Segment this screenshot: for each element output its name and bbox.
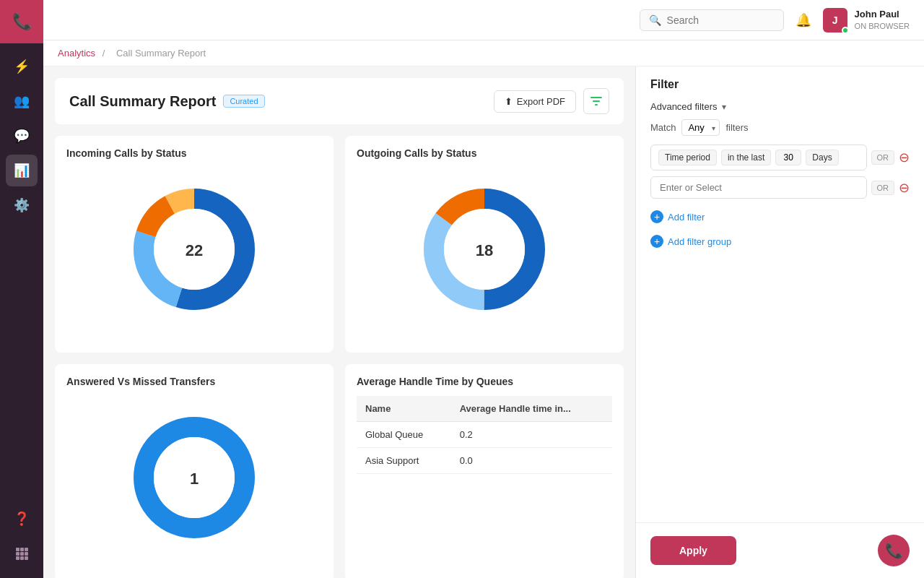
donut-outgoing: 18	[357, 168, 612, 334]
settings-icon: ⚙️	[14, 197, 30, 213]
topbar: 🔍 🔔 J John Paul ON BROWSER	[43, 0, 924, 40]
sidebar-item-analytics[interactable]: 📊	[6, 155, 38, 186]
sidebar-item-help[interactable]: ❓	[6, 503, 38, 535]
sidebar-item-grid[interactable]	[6, 538, 38, 569]
filter-panel: Filter Advanced filters ▾ Match Any All	[635, 66, 924, 578]
report-area: Call Summary Report Curated ⬆ Export PDF	[43, 66, 924, 578]
filter-part-inthelast[interactable]: in the last	[721, 150, 771, 165]
chat-icon: 💬	[14, 128, 30, 144]
add-filter-button[interactable]: + Add filter	[650, 207, 705, 226]
chart-title-handle: Average Handle Time by Queues	[357, 376, 612, 387]
handle-time-table: Name Average Handle time in... Global Qu…	[357, 396, 612, 474]
user-badge: J John Paul ON BROWSER	[823, 8, 910, 33]
filter-header: Filter	[636, 66, 924, 91]
queue-name: Global Queue	[357, 422, 451, 448]
queue-name: Asia Support	[357, 448, 451, 474]
curated-badge: Curated	[223, 95, 264, 108]
filter-footer: Apply 📞	[636, 522, 924, 578]
search-box[interactable]: 🔍	[640, 9, 784, 31]
svg-rect-8	[25, 556, 28, 560]
flash-icon: ⚡	[14, 59, 30, 74]
svg-rect-1	[20, 548, 24, 551]
svg-rect-3	[16, 552, 19, 556]
match-label: Match	[650, 122, 676, 133]
svg-rect-4	[20, 552, 24, 556]
svg-rect-7	[20, 556, 24, 560]
chevron-down-icon: ▾	[722, 102, 726, 112]
sidebar-item-chat[interactable]: 💬	[6, 120, 38, 152]
donut-wrapper-answered: 1	[122, 405, 266, 553]
app-logo[interactable]: 📞	[0, 0, 43, 43]
advanced-filters-toggle[interactable]: Advanced filters ▾	[650, 91, 910, 119]
remove-filter-1-button[interactable]: ⊖	[899, 151, 910, 164]
filter-part-timeperiod[interactable]: Time period	[658, 150, 717, 165]
report-header: Call Summary Report Curated ⬆ Export PDF	[55, 78, 624, 124]
queue-value: 0.2	[451, 422, 612, 448]
svg-rect-5	[25, 552, 28, 556]
queue-value: 0.0	[451, 448, 612, 474]
charts-section: Call Summary Report Curated ⬆ Export PDF	[43, 66, 635, 578]
match-select-wrapper[interactable]: Any All	[681, 119, 720, 136]
search-icon: 🔍	[649, 14, 661, 26]
filter-number-input[interactable]	[775, 150, 801, 165]
user-info: John Paul ON BROWSER	[855, 9, 910, 31]
header-actions: ⬆ Export PDF	[494, 88, 609, 114]
breadcrumb-current: Call Summary Report	[116, 48, 206, 59]
donut-center-answered: 1	[190, 470, 199, 488]
advanced-filters-label: Advanced filters	[650, 101, 718, 112]
donut-center-incoming: 22	[186, 241, 203, 260]
chart-title-outgoing: Outgoing Calls by Status	[357, 147, 612, 159]
avatar: J	[823, 8, 847, 33]
apply-button[interactable]: Apply	[650, 536, 736, 565]
col-header-time: Average Handle time in...	[451, 396, 612, 422]
table-row: Global Queue 0.2	[357, 422, 612, 448]
filter-toggle-button[interactable]	[583, 88, 609, 114]
sidebar-item-contacts[interactable]: 👥	[6, 85, 38, 117]
filter-input-row-2: OR ⊖	[650, 176, 910, 199]
svg-rect-2	[25, 548, 28, 551]
online-dot	[842, 27, 849, 34]
phone-fab-button[interactable]: 📞	[878, 535, 910, 566]
match-select[interactable]: Any All	[681, 119, 720, 136]
svg-rect-6	[16, 556, 19, 560]
filter-body: Advanced filters ▾ Match Any All filters	[636, 91, 924, 522]
export-pdf-button[interactable]: ⬆ Export PDF	[494, 90, 576, 113]
filter-part-days[interactable]: Days	[806, 150, 838, 165]
user-status: ON BROWSER	[855, 21, 910, 31]
analytics-icon: 📊	[14, 163, 30, 178]
user-name: John Paul	[855, 9, 910, 21]
filter-row-1: Time period in the last Days OR ⊖	[650, 144, 910, 171]
report-title: Call Summary Report	[69, 93, 216, 110]
search-input[interactable]	[667, 14, 768, 26]
chart-handle-time: Average Handle Time by Queues Name Avera…	[345, 364, 624, 578]
col-header-name: Name	[357, 396, 451, 422]
breadcrumb-root[interactable]: Analytics	[58, 48, 95, 59]
add-filter-group-label: Add filter group	[668, 236, 731, 247]
sidebar-item-settings[interactable]: ⚙️	[6, 189, 38, 221]
sidebar-item-flash[interactable]: ⚡	[6, 51, 38, 82]
add-filter-label: Add filter	[668, 212, 705, 223]
help-icon: ❓	[14, 511, 30, 527]
table-row: Asia Support 0.0	[357, 448, 612, 474]
add-filter-group-button[interactable]: + Add filter group	[650, 232, 731, 251]
chart-title-incoming: Incoming Calls by Status	[66, 147, 322, 159]
phone-icon: 📞	[12, 12, 32, 31]
match-row: Match Any All filters	[650, 119, 910, 136]
grid-icon	[15, 547, 28, 560]
chart-title-answered: Answered Vs Missed Transfers	[66, 376, 322, 387]
charts-grid: Incoming Calls by Status	[55, 136, 624, 578]
donut-wrapper-outgoing: 18	[412, 177, 557, 324]
bell-icon[interactable]: 🔔	[796, 12, 811, 28]
report-title-row: Call Summary Report Curated	[69, 93, 265, 110]
remove-filter-2-button[interactable]: ⊖	[899, 181, 910, 194]
sidebar-nav: ⚡ 👥 💬 📊 ⚙️	[6, 43, 38, 503]
sidebar: 📞 ⚡ 👥 💬 📊 ⚙️ ❓	[0, 0, 43, 578]
filter-pill-1: Time period in the last Days	[650, 144, 867, 171]
donut-incoming: 22	[66, 168, 322, 334]
chart-incoming-status: Incoming Calls by Status	[55, 136, 334, 353]
filter-enter-select-input[interactable]	[650, 176, 867, 199]
sidebar-bottom: ❓	[6, 503, 38, 578]
contacts-icon: 👥	[14, 93, 30, 109]
donut-center-outgoing: 18	[476, 241, 493, 260]
chart-outgoing-status: Outgoing Calls by Status	[345, 136, 624, 353]
